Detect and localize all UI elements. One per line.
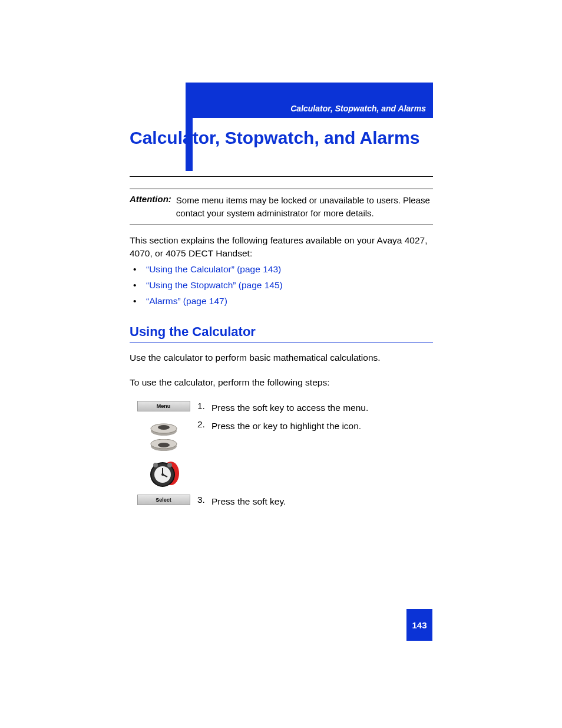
svg-point-13 bbox=[167, 463, 172, 467]
nav-key-group bbox=[137, 419, 190, 487]
horizontal-rule bbox=[130, 176, 433, 177]
key-column: Menu bbox=[130, 401, 197, 411]
page-number: 143 bbox=[406, 609, 432, 641]
running-header: Calculator, Stopwatch, and Alarms bbox=[186, 83, 433, 118]
attention-label: Attention: bbox=[130, 194, 171, 220]
step-text: Press the soft key. bbox=[211, 495, 433, 508]
softkey-select: Select bbox=[137, 495, 190, 505]
list-item: “Using the Stopwatch” (page 145) bbox=[130, 280, 433, 291]
page-title: Calculator, Stopwatch, and Alarms bbox=[130, 127, 433, 149]
nav-down-icon bbox=[150, 439, 178, 456]
link-using-stopwatch[interactable]: “Using the Stopwatch” (page 145) bbox=[146, 280, 283, 290]
link-using-calculator[interactable]: “Using the Calculator” (page 143) bbox=[146, 264, 281, 274]
intro-paragraph: This section explains the following feat… bbox=[130, 234, 433, 261]
nav-up-icon bbox=[150, 419, 178, 436]
step-number: 1. bbox=[197, 401, 211, 411]
link-list: “Using the Calculator” (page 143) “Using… bbox=[130, 264, 433, 312]
attention-note: Attention: Some menu items may be locked… bbox=[130, 189, 433, 225]
svg-point-5 bbox=[158, 443, 170, 447]
attention-text: Some menu items may be locked or unavail… bbox=[176, 194, 433, 220]
key-column bbox=[130, 419, 197, 487]
steps-container: Menu 1. Press the soft key to access the… bbox=[130, 401, 433, 513]
svg-point-2 bbox=[158, 425, 170, 430]
running-title: Calculator, Stopwatch, and Alarms bbox=[290, 104, 426, 113]
section-heading: Using the Calculator bbox=[130, 324, 433, 342]
list-item: “Using the Calculator” (page 143) bbox=[130, 264, 433, 275]
list-item: “Alarms” (page 147) bbox=[130, 296, 433, 307]
step-text: Press the or key to highlight the icon. bbox=[211, 419, 433, 433]
softkey-menu: Menu bbox=[137, 401, 190, 411]
clock-alarm-icon bbox=[148, 459, 179, 487]
step-row: 2. Press the or key to highlight the ico… bbox=[130, 419, 433, 490]
step-text: Press the soft key to access the menu. bbox=[211, 401, 433, 414]
link-alarms[interactable]: “Alarms” (page 147) bbox=[146, 296, 227, 306]
key-column: Select bbox=[130, 495, 197, 505]
svg-point-11 bbox=[161, 473, 164, 476]
svg-point-12 bbox=[153, 463, 158, 467]
step-row: Select 3. Press the soft key. bbox=[130, 495, 433, 508]
step-number: 3. bbox=[197, 495, 211, 505]
step-row: Menu 1. Press the soft key to access the… bbox=[130, 401, 433, 414]
section-paragraph-2: To use the calculator, perform the follo… bbox=[130, 377, 433, 388]
step-number: 2. bbox=[197, 419, 211, 430]
section-paragraph-1: Use the calculator to perform basic math… bbox=[130, 353, 433, 363]
